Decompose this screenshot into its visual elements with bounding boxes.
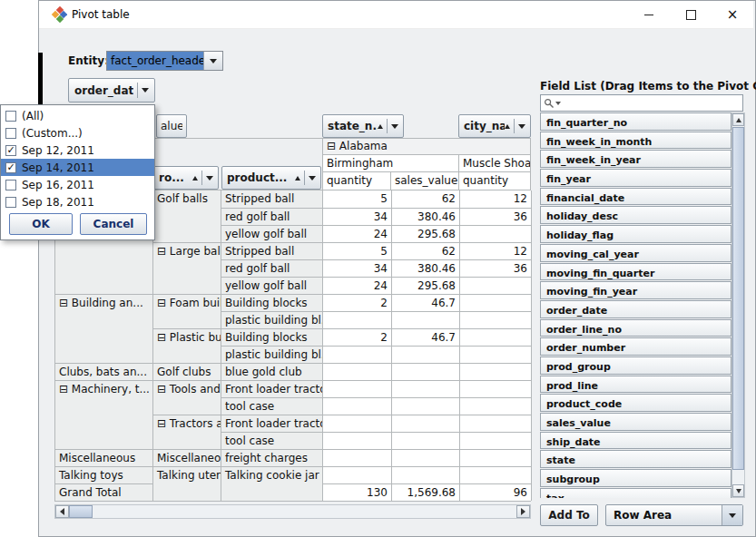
field-item-moving_fin_quarter[interactable]: moving_fin_quarter <box>540 263 731 281</box>
sort-asc-icon[interactable] <box>505 124 510 129</box>
filter-option[interactable]: (All) <box>1 107 154 124</box>
field-item-fin_week_in_year[interactable]: fin_week_in_year <box>540 150 731 168</box>
state-field-button[interactable]: state_n... <box>322 114 404 138</box>
sort-asc-icon[interactable] <box>378 124 383 129</box>
row-header-cell[interactable]: Talking utens... <box>153 466 221 483</box>
maximize-button[interactable] <box>670 1 712 28</box>
vertical-scroll-thumb[interactable] <box>732 127 744 470</box>
row-header-cell[interactable]: ⊟ Foam buil... <box>153 294 221 311</box>
field-item-financial_date[interactable]: financial_date <box>540 188 731 206</box>
sort-asc-icon[interactable] <box>192 176 198 181</box>
row-header-cell[interactable]: plastic building bl... <box>221 311 323 328</box>
horizontal-scrollbar[interactable] <box>54 504 531 519</box>
horizontal-scroll-thumb[interactable] <box>69 505 93 518</box>
row-header-cell[interactable]: Talking toys <box>55 466 153 483</box>
column-group-header-alabama[interactable]: ⊟ Alabama <box>322 138 531 155</box>
row-header-cell[interactable]: yellow golf ball <box>221 277 323 294</box>
row-header-cell[interactable]: Front loader tractor <box>221 380 323 397</box>
field-item-prod_line[interactable]: prod_line <box>540 376 731 394</box>
row-header-cell[interactable]: ⊟ Tools and ... <box>153 380 221 397</box>
row-header-cell[interactable]: blue gold club <box>221 363 323 380</box>
filter-option[interactable]: Sep 16, 2011 <box>1 176 154 193</box>
row-header-cell[interactable]: Golf clubs <box>153 363 221 380</box>
grand-total-header-cell[interactable]: Grand Total <box>55 483 153 501</box>
filter-dropdown-icon[interactable] <box>206 176 213 181</box>
row-header-cell[interactable]: ⊟ Large balls <box>153 242 221 259</box>
row-header-cell[interactable]: Stripped ball <box>221 242 323 259</box>
field-item-state[interactable]: state <box>540 450 731 468</box>
field-search-box[interactable] <box>540 94 743 112</box>
row-header-cell[interactable]: tool case <box>221 397 323 415</box>
filter-option[interactable]: (Custom...) <box>1 124 154 142</box>
row-header-cell[interactable]: Miscellaneous <box>55 449 153 466</box>
area-selector-arrow[interactable] <box>722 505 742 525</box>
row-header-cell[interactable]: ⊟ Machinery, t... <box>55 380 153 397</box>
checkbox-icon[interactable] <box>5 128 16 139</box>
field-item-moving_cal_year[interactable]: moving_cal_year <box>540 244 731 262</box>
measure-button-partial[interactable]: alue <box>156 114 187 138</box>
row-header-cell[interactable]: Building blocks <box>221 294 323 311</box>
filter-dropdown-icon[interactable] <box>518 124 525 129</box>
checkbox-icon[interactable] <box>5 111 16 122</box>
row-header-cell[interactable]: red golf ball <box>221 208 323 225</box>
field-item-holiday_desc[interactable]: holiday_desc <box>540 206 731 224</box>
minimize-button[interactable] <box>628 1 670 28</box>
filter-option[interactable]: ✓Sep 12, 2011 <box>1 142 154 159</box>
row-header-cell[interactable]: red golf ball <box>221 259 323 277</box>
row-header-cell[interactable]: ⊟ Tractors a... <box>153 415 221 432</box>
filter-dropdown-icon[interactable] <box>309 176 316 181</box>
search-options-icon[interactable] <box>555 102 561 105</box>
scroll-down-button[interactable] <box>732 484 744 497</box>
close-button[interactable]: × <box>712 1 753 28</box>
add-to-button[interactable]: Add To <box>540 504 598 526</box>
scroll-up-button[interactable] <box>732 113 744 126</box>
field-item-order_number[interactable]: order_number <box>540 337 731 356</box>
row-header-cell[interactable]: Clubs, bats an... <box>55 363 153 380</box>
row-header-cell[interactable]: ⊟ Building an... <box>55 294 153 311</box>
checkbox-icon[interactable] <box>5 197 16 208</box>
row-header-cell[interactable]: Stripped ball <box>221 190 323 208</box>
scroll-left-button[interactable] <box>55 505 69 518</box>
entity-combobox[interactable]: fact_order_header <box>106 51 223 71</box>
vertical-scrollbar[interactable] <box>731 112 745 498</box>
sort-asc-icon[interactable] <box>295 176 300 181</box>
filter-option[interactable]: Sep 18, 2011 <box>1 193 154 210</box>
row-header-cell[interactable]: Building blocks <box>221 328 323 346</box>
ok-button[interactable]: OK <box>9 213 73 235</box>
row-header-cell[interactable]: Miscellaneous <box>153 449 221 466</box>
field-item-subgroup[interactable]: subgroup <box>540 469 731 487</box>
area-selector-combobox[interactable]: Row Area <box>605 504 743 526</box>
checkbox-checked-icon[interactable]: ✓ <box>5 145 16 156</box>
field-item-moving_fin_year[interactable]: moving_fin_year <box>540 281 731 299</box>
field-item-product_code[interactable]: product_code <box>540 394 731 412</box>
product-field-button[interactable]: product... <box>221 166 321 190</box>
field-item-holiday_flag[interactable]: holiday_flag <box>540 225 731 243</box>
row-header-cell[interactable]: freight charges <box>221 449 323 466</box>
field-item-fin_week_in_month[interactable]: fin_week_in_month <box>540 132 731 150</box>
entity-combo-arrow[interactable] <box>203 52 222 70</box>
row-header-cell[interactable]: Talking cookie jar <box>221 466 323 483</box>
checkbox-checked-icon[interactable]: ✓ <box>5 162 16 173</box>
field-item-ship_date[interactable]: ship_date <box>540 432 731 450</box>
field-item-fin_year[interactable]: fin_year <box>540 169 731 187</box>
row-header-cell[interactable]: Golf balls <box>153 190 221 208</box>
field-item-fin_quarter_no[interactable]: fin_quarter_no <box>540 112 731 131</box>
row-header-cell[interactable]: yellow golf ball <box>221 225 323 242</box>
filter-dropdown-icon[interactable] <box>391 124 398 129</box>
field-item-sales_value[interactable]: sales_value <box>540 413 731 431</box>
row-header-cell[interactable]: tool case <box>221 432 323 449</box>
order-date-filter-button[interactable]: order_date <box>68 78 155 103</box>
subgroup-field-button[interactable]: ro... <box>153 166 219 190</box>
scroll-right-button[interactable] <box>516 505 530 518</box>
field-item-tax[interactable]: tax <box>540 488 731 498</box>
field-item-prod_group[interactable]: prod_group <box>540 356 731 375</box>
checkbox-icon[interactable] <box>5 180 16 190</box>
field-search-input[interactable] <box>564 96 742 111</box>
row-header-cell[interactable]: plastic building bl... <box>221 346 323 363</box>
field-item-order_date[interactable]: order_date <box>540 300 731 318</box>
cancel-button[interactable]: Cancel <box>80 213 147 235</box>
row-header-cell[interactable]: Front loader tractor <box>221 415 323 432</box>
row-header-cell[interactable]: ⊟ Plastic bui... <box>153 328 221 346</box>
filter-option[interactable]: ✓Sep 14, 2011 <box>1 159 154 176</box>
city-field-button[interactable]: city_na... <box>458 114 531 138</box>
